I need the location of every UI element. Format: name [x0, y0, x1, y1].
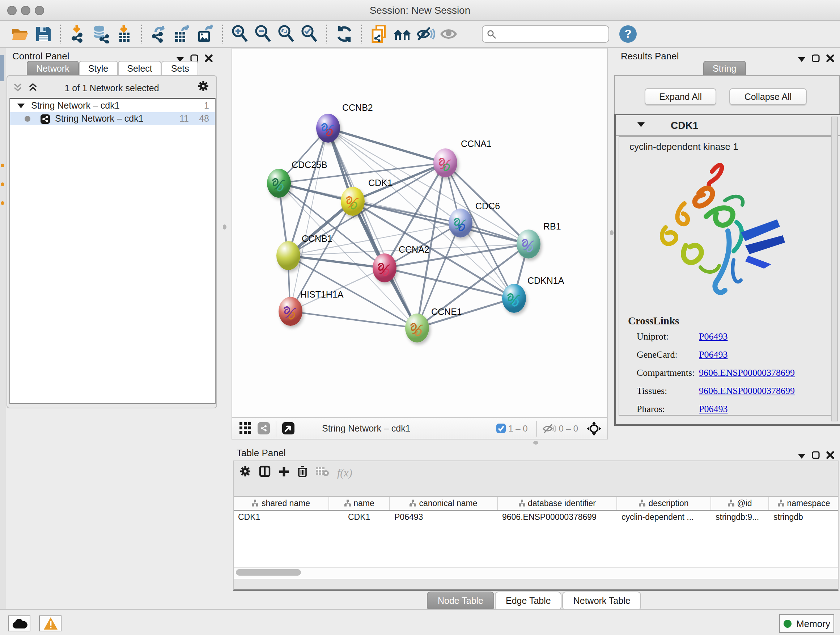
title-bar[interactable]: Session: New Session [0, 0, 840, 21]
show-columns-icon[interactable] [259, 466, 271, 480]
home-networks-button[interactable] [393, 24, 412, 44]
table-horizontal-scrollbar[interactable] [234, 567, 838, 578]
copy-view-button[interactable] [369, 24, 389, 44]
node-RB1[interactable] [516, 230, 540, 258]
string-view-badge-icon[interactable] [257, 422, 270, 434]
node-table[interactable]: shared namenamecanonical namedatabase id… [234, 496, 838, 579]
warnings-button[interactable] [39, 616, 62, 631]
search-input[interactable] [496, 28, 593, 40]
table-options-gear-icon[interactable] [240, 466, 251, 480]
add-column-icon[interactable] [279, 466, 289, 480]
table-cell[interactable]: P06493 [390, 511, 498, 523]
table-cell[interactable]: stringdb:9... [711, 511, 769, 523]
show-all-button[interactable] [439, 24, 458, 44]
table-cell[interactable]: 9606.ENSP00000378699 [498, 511, 617, 523]
refresh-button[interactable] [335, 24, 354, 44]
table-panel-close-icon[interactable] [826, 449, 834, 462]
tab-style[interactable]: Style [79, 61, 118, 76]
tab-node-table[interactable]: Node Table [427, 592, 494, 610]
edge-CCNB2-RB1[interactable] [328, 128, 528, 244]
node-CCNB1[interactable] [276, 241, 300, 270]
hidden-eye-icon[interactable] [543, 423, 556, 433]
table-cell[interactable]: CDK1 [329, 511, 390, 523]
node-CCNA1[interactable] [433, 149, 457, 177]
node-HIST1H1A[interactable] [278, 297, 302, 326]
zoom-in-button[interactable] [231, 24, 250, 44]
table-cell[interactable]: cyclin-dependent ... [617, 511, 711, 523]
delete-column-icon[interactable] [297, 466, 308, 480]
tab-select[interactable]: Select [118, 61, 162, 76]
crosslink-link[interactable]: P06493 [699, 403, 728, 415]
collapse-all-button[interactable]: Collapse All [729, 88, 807, 105]
tab-network-table[interactable]: Network Table [562, 592, 641, 610]
node-CCNA2[interactable] [372, 253, 396, 282]
export-image-button[interactable] [196, 24, 215, 44]
right-vertical-splitter[interactable] [608, 48, 615, 418]
node-CDKN1A[interactable] [502, 284, 526, 313]
expand-all-button[interactable]: Expand All [645, 88, 716, 105]
column-header-description[interactable]: description [617, 497, 711, 510]
crosslink-link[interactable]: 9606.ENSP00000378699 [699, 367, 795, 379]
scrollbar-thumb[interactable] [236, 569, 301, 576]
table-panel-float-icon[interactable] [798, 449, 805, 462]
node-CCNB2[interactable] [316, 114, 340, 143]
gene-section-header[interactable]: CDK1 [616, 115, 840, 136]
import-network-button[interactable] [68, 24, 88, 44]
export-network-button[interactable] [149, 24, 169, 44]
results-panel-float-icon[interactable] [798, 52, 805, 65]
column-header-canonical-name[interactable]: canonical name [390, 497, 498, 510]
results-vertical-scrollbar[interactable] [831, 117, 838, 421]
selected-checkbox-icon[interactable] [496, 424, 505, 433]
birdseye-toggle-button[interactable] [587, 421, 601, 435]
open-in-window-button[interactable] [282, 422, 294, 434]
results-panel-close-icon[interactable] [826, 52, 834, 65]
column-header-name[interactable]: name [329, 497, 390, 510]
edge-CCNA2-CDKN1A[interactable] [384, 268, 514, 298]
network-options-gear-icon[interactable] [197, 80, 209, 95]
column-header-shared-name[interactable]: shared name [234, 497, 329, 510]
network-collection-row[interactable]: String Network – cdk1 1 [10, 99, 215, 112]
crosslink-link[interactable]: P06493 [699, 349, 728, 361]
open-folder-button[interactable] [11, 24, 30, 44]
import-table-button[interactable] [115, 24, 134, 44]
tab-string[interactable]: String [703, 61, 745, 76]
table-panel-maximize-icon[interactable] [812, 449, 820, 462]
edge-CCNB2-CCNA1[interactable] [328, 128, 445, 163]
gene-section-collapse-icon[interactable] [638, 122, 645, 127]
cloud-button[interactable] [8, 616, 30, 631]
crosslink-link[interactable]: 9606.ENSP00000378699 [699, 385, 795, 397]
tab-edge-table[interactable]: Edge Table [495, 592, 562, 610]
left-vertical-splitter[interactable] [218, 48, 231, 406]
results-panel-maximize-icon[interactable] [812, 52, 820, 65]
import-database-button[interactable] [92, 24, 111, 44]
node-CDC25B[interactable] [267, 169, 291, 198]
birdseye-grid-button[interactable] [240, 422, 252, 434]
table-cell[interactable]: CDK1 [234, 511, 329, 523]
search-box[interactable] [482, 25, 609, 43]
column-header-namespace[interactable]: namespace [769, 497, 838, 510]
column-header-database-identifier[interactable]: database identifier [498, 497, 617, 510]
memory-button[interactable]: Memory [779, 614, 834, 633]
edge-HIST1H1A-CCNE1[interactable] [290, 311, 417, 328]
help-button[interactable]: ? [619, 25, 637, 43]
hide-selected-button[interactable] [416, 24, 435, 44]
network-row[interactable]: String Network – cdk1 11 48 [10, 112, 215, 125]
edge-CCNB1-CCNA2[interactable] [288, 256, 384, 268]
export-table-button[interactable] [172, 24, 192, 44]
zoom-selected-button[interactable] [300, 24, 319, 44]
table-row[interactable]: CDK1CDK1P064939606.ENSP00000378699cyclin… [234, 511, 838, 523]
column-header--id[interactable]: @id [711, 497, 769, 510]
collection-expand-icon[interactable] [17, 103, 25, 108]
zoom-fit-button[interactable] [277, 24, 296, 44]
tab-network[interactable]: Network [27, 61, 79, 76]
node-CCNE1[interactable] [405, 314, 429, 342]
save-button[interactable] [34, 24, 53, 44]
table-cell[interactable]: stringdb [769, 511, 838, 523]
edge-CDK1-RB1[interactable] [352, 201, 528, 244]
node-CDC6[interactable] [448, 209, 472, 238]
crosslink-link[interactable]: P06493 [699, 331, 728, 342]
tab-sets[interactable]: Sets [162, 61, 199, 76]
node-CDK1[interactable] [340, 187, 364, 216]
horizontal-splitter[interactable] [232, 440, 840, 446]
zoom-out-button[interactable] [254, 24, 273, 44]
